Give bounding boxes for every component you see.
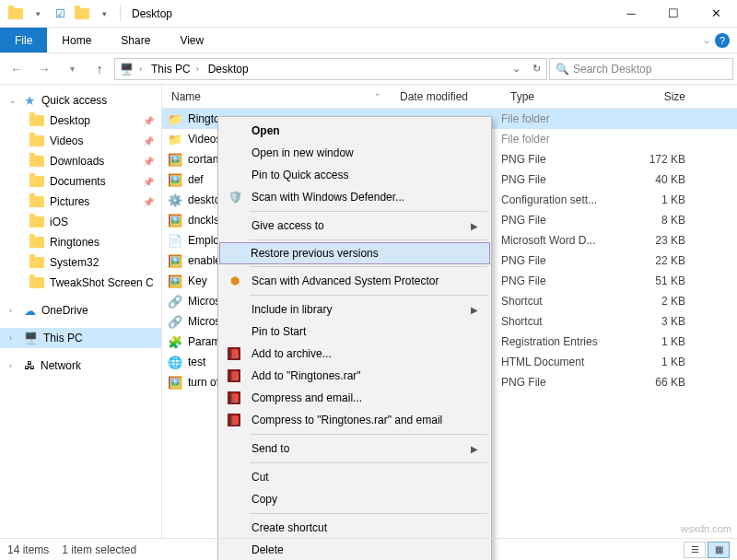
crumb-desktop[interactable]: Desktop xyxy=(205,63,252,76)
ctx-open-new-window[interactable]: Open in new window xyxy=(220,142,489,164)
tab-home[interactable]: Home xyxy=(47,28,106,52)
ctx-compress-rar-email[interactable]: 📕Compress to "Ringtones.rar" and email xyxy=(220,409,489,431)
chevron-right-icon[interactable]: › xyxy=(9,333,18,343)
folder-icon xyxy=(29,113,44,128)
file-name: Micros xyxy=(188,295,220,308)
shield-icon: ⬢ xyxy=(228,274,242,288)
recent-locations-icon[interactable]: ▾ xyxy=(59,56,85,82)
file-type: Registration Entries xyxy=(501,335,632,348)
file-name: turn of xyxy=(188,376,219,389)
forward-button[interactable]: → xyxy=(31,56,57,82)
ctx-pin-start[interactable]: Pin to Start xyxy=(220,321,489,343)
ctx-give-access[interactable]: Give access to▶ xyxy=(220,215,489,237)
sidebar-item[interactable]: TweakShot Screen C xyxy=(0,273,161,293)
qat-checkbox[interactable]: ☑ xyxy=(50,4,70,24)
sidebar-label: Quick access xyxy=(41,94,107,107)
sidebar-item[interactable]: iOS xyxy=(0,212,161,232)
status-count: 14 items xyxy=(7,543,49,556)
address-dropdown-icon[interactable]: ⌄ xyxy=(506,59,526,79)
ctx-cut[interactable]: Cut xyxy=(220,466,489,488)
folder-icon xyxy=(6,4,26,24)
folder-icon: 📁 xyxy=(168,133,182,146)
window-title: Desktop xyxy=(132,7,172,20)
window-controls: ─ ☐ ✕ xyxy=(610,0,737,28)
minimize-button[interactable]: ─ xyxy=(610,0,652,28)
file-size: 8 KB xyxy=(632,214,693,227)
help-icon[interactable]: ? xyxy=(715,33,730,48)
ctx-add-rar[interactable]: 📕Add to "Ringtones.rar" xyxy=(220,365,489,387)
address-bar[interactable]: 🖥️ › This PC› Desktop ⌄ ↻ xyxy=(114,58,547,80)
sidebar-quick-access[interactable]: ⌄ ★ Quick access xyxy=(0,90,161,111)
tab-share[interactable]: Share xyxy=(106,28,165,52)
tab-view[interactable]: View xyxy=(165,28,218,52)
file-size: 3 KB xyxy=(632,315,693,328)
sidebar-item[interactable]: System32 xyxy=(0,252,161,273)
qat-folder-icon xyxy=(72,4,92,24)
archive-icon: 📕 xyxy=(228,347,240,360)
status-bar: 14 items 1 item selected ☰ ▦ xyxy=(0,538,737,560)
folder-icon xyxy=(29,215,44,229)
sidebar-thispc[interactable]: › 🖥️ This PC xyxy=(0,328,161,348)
sidebar-onedrive[interactable]: › ☁ OneDrive xyxy=(0,300,161,321)
col-name[interactable]: Name⌃ xyxy=(162,90,391,103)
crumb-thispc[interactable]: This PC› xyxy=(147,63,203,76)
file-size: 1 KB xyxy=(632,356,693,368)
sidebar-item[interactable]: Desktop📌 xyxy=(0,111,161,131)
tab-file[interactable]: File xyxy=(0,28,47,52)
close-button[interactable]: ✕ xyxy=(695,0,737,28)
sidebar-item[interactable]: Ringtones xyxy=(0,232,161,252)
ctx-copy[interactable]: Copy xyxy=(220,488,489,510)
view-icons-button[interactable]: ▦ xyxy=(708,542,730,558)
maximize-button[interactable]: ☐ xyxy=(652,0,695,28)
ctx-restore-previous-versions[interactable]: Restore previous versions xyxy=(219,242,490,264)
file-type: Shortcut xyxy=(501,295,632,308)
qat-overflow-icon[interactable]: ▾ xyxy=(94,4,114,24)
ctx-scan-defender[interactable]: 🛡️Scan with Windows Defender... xyxy=(220,186,489,208)
view-details-button[interactable]: ☰ xyxy=(684,542,706,558)
col-size[interactable]: Size xyxy=(632,90,693,103)
refresh-button[interactable]: ↻ xyxy=(526,59,546,79)
qat-dropdown-icon[interactable]: ▾ xyxy=(28,4,48,24)
expand-ribbon-icon[interactable]: ⌵ xyxy=(704,35,709,45)
file-name: Micros xyxy=(188,315,220,328)
ctx-compress-email[interactable]: 📕Compress and email... xyxy=(220,387,489,409)
archive-icon: 📕 xyxy=(228,391,240,404)
ctx-open[interactable]: Open xyxy=(220,120,489,142)
sidebar-item[interactable]: Documents📌 xyxy=(0,171,161,192)
search-input[interactable]: 🔍 Search Desktop xyxy=(549,58,733,80)
pin-icon: 📌 xyxy=(143,177,154,187)
divider xyxy=(250,211,487,212)
reg-icon: 🧩 xyxy=(168,335,182,349)
pin-icon: 📌 xyxy=(143,157,154,167)
ctx-pin-quick-access[interactable]: Pin to Quick access xyxy=(220,164,489,186)
sidebar-network[interactable]: › 🖧 Network xyxy=(0,356,161,376)
pc-icon: 🖥️ xyxy=(119,62,134,76)
ctx-include-library[interactable]: Include in library▶ xyxy=(220,298,489,321)
col-type[interactable]: Type xyxy=(501,90,632,103)
ctx-scan-asp[interactable]: ⬢Scan with Advanced System Protector xyxy=(220,270,489,292)
chevron-right-icon[interactable]: › xyxy=(9,306,18,315)
chevron-right-icon[interactable]: › xyxy=(9,361,18,370)
back-button[interactable]: ← xyxy=(4,56,29,82)
ctx-add-archive[interactable]: 📕Add to archive... xyxy=(220,343,489,365)
sidebar-item[interactable]: Videos📌 xyxy=(0,131,161,151)
ctx-send-to[interactable]: Send to▶ xyxy=(220,438,489,460)
sidebar-item[interactable]: Downloads📌 xyxy=(0,151,161,171)
lnk-icon: 🔗 xyxy=(168,315,182,329)
search-icon: 🔍 xyxy=(556,63,569,76)
crumb-sep1[interactable]: › xyxy=(135,64,146,74)
lnk-icon: 🔗 xyxy=(168,295,182,309)
column-headers: Name⌃ Date modified Type Size xyxy=(162,85,737,109)
sidebar-label: Network xyxy=(41,359,81,372)
divider xyxy=(250,513,487,514)
up-button[interactable]: ↑ xyxy=(87,56,112,82)
file-size: 66 KB xyxy=(632,376,693,389)
sidebar-item[interactable]: Pictures📌 xyxy=(0,192,161,212)
sidebar-item-label: Documents xyxy=(50,175,106,188)
col-date[interactable]: Date modified xyxy=(391,90,501,103)
ctx-create-shortcut[interactable]: Create shortcut xyxy=(220,517,489,539)
folder-icon xyxy=(29,134,44,148)
chevron-down-icon[interactable]: ⌄ xyxy=(9,96,18,105)
folder-icon xyxy=(29,275,44,290)
network-icon: 🖧 xyxy=(24,359,35,372)
